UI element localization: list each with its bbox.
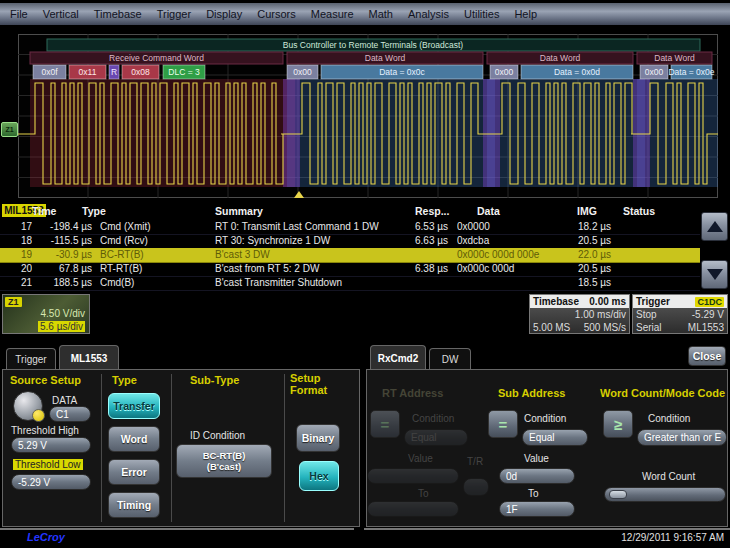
- table-row[interactable]: 2067.8 µsRT-RT(B)B'cast from RT 5: 2 DW6…: [0, 262, 700, 277]
- zoom-trace-marker[interactable]: Z1: [1, 122, 18, 137]
- id-condition-line2: (B'cast): [207, 461, 241, 472]
- decode-cell-text: R: [111, 67, 117, 77]
- menu-bar: FileVerticalTimebaseTriggerDisplayCursor…: [0, 3, 730, 25]
- decode-word-label: Data Word: [540, 53, 581, 63]
- cell-summary: B'cast from RT 5: 2 DW: [215, 263, 410, 274]
- menu-item-display[interactable]: Display: [206, 8, 242, 20]
- menu-item-help[interactable]: Help: [514, 8, 537, 20]
- menu-item-math[interactable]: Math: [369, 8, 393, 20]
- rt-value-label: Value: [408, 453, 433, 464]
- trigger-mode: Stop: [636, 309, 657, 320]
- source-channel-field[interactable]: C1: [49, 406, 91, 422]
- rt-equal-icon[interactable]: =: [370, 410, 400, 438]
- threshold-high-field[interactable]: 5.29 V: [11, 437, 91, 453]
- type-title: Type: [112, 374, 137, 386]
- id-condition-button[interactable]: BC-RT(B) (B'cast): [176, 444, 272, 478]
- table-row-selected[interactable]: 19-30.9 µsBC-RT(B)B'cast 3 DW0x000c 000d…: [0, 248, 700, 263]
- scroll-up-button[interactable]: [701, 212, 728, 241]
- timebase-descriptor[interactable]: Timebase 0.00 ms 1.00 ms/div 5.00 MS 500…: [529, 294, 630, 334]
- type-button-word[interactable]: Word: [108, 426, 160, 452]
- rt-condition-field[interactable]: Equal: [404, 429, 468, 446]
- trigger-source-badge: C1DC: [695, 297, 724, 307]
- sub-equal-icon[interactable]: =: [488, 410, 518, 438]
- menu-item-trigger[interactable]: Trigger: [157, 8, 191, 20]
- table-header: MIL1553 TimeTypeSummaryResp...DataIMGSta…: [0, 204, 730, 218]
- subtype-title: Sub-Type: [190, 374, 239, 386]
- column-header-time[interactable]: Time: [32, 205, 56, 217]
- adjust-knob-icon[interactable]: [13, 391, 43, 421]
- slider-handle[interactable]: [609, 490, 627, 499]
- cell-img: 18.5 µs: [578, 277, 620, 288]
- tr-field[interactable]: [463, 478, 489, 496]
- sub-condition-label: Condition: [524, 413, 566, 424]
- cell-type: Cmd (Xmit): [100, 221, 210, 232]
- id-condition-line1: BC-RT(B): [203, 450, 246, 461]
- z1-vdiv: 4.50 V/div: [41, 308, 85, 319]
- menu-item-measure[interactable]: Measure: [311, 8, 354, 20]
- type-button-error[interactable]: Error: [108, 459, 160, 485]
- threshold-low-field[interactable]: -5.29 V: [11, 474, 91, 490]
- menu-item-vertical[interactable]: Vertical: [43, 8, 79, 20]
- close-button[interactable]: Close: [688, 346, 726, 366]
- table-row[interactable]: 17-198.4 µsCmd (Xmit)RT 0: Transmit Last…: [0, 220, 700, 235]
- timebase-label: Timebase: [533, 296, 579, 307]
- scroll-down-button[interactable]: [701, 260, 728, 289]
- cell-img: 18.2 µs: [578, 221, 620, 232]
- trigger-kind: Serial: [636, 322, 662, 333]
- cell-type: Cmd(B): [100, 277, 210, 288]
- trigger-label: Trigger: [636, 296, 670, 307]
- column-header-data[interactable]: Data: [477, 205, 500, 217]
- format-button-binary[interactable]: Binary: [296, 424, 340, 452]
- tab-dw[interactable]: DW: [429, 348, 471, 370]
- cell-type: Cmd (Rcv): [100, 235, 210, 246]
- sub-condition-field[interactable]: Equal: [522, 429, 588, 446]
- lecroy-logo: LeCroy: [27, 531, 65, 543]
- trigger-descriptor[interactable]: Trigger C1DC Stop -5.29 V Serial ML1553: [632, 294, 728, 334]
- sub-address-title: Sub Address: [498, 387, 565, 399]
- table-row[interactable]: 18-115.5 µsCmd (Rcv)RT 30: Synchronize 1…: [0, 234, 700, 249]
- cell-data: 0x0000: [457, 221, 572, 232]
- cell-img: 22.0 µs: [578, 249, 620, 260]
- rt-value-field[interactable]: [367, 468, 459, 484]
- menu-item-timebase[interactable]: Timebase: [94, 8, 142, 20]
- sub-to-field[interactable]: 1F: [499, 501, 575, 517]
- cell-data: 0x000c 000d: [457, 263, 572, 274]
- rt-condition-label: Condition: [412, 413, 454, 424]
- type-button-timing[interactable]: Timing: [108, 492, 160, 518]
- rt-to-field[interactable]: [367, 501, 459, 517]
- cell-summary: B'cast Transmitter Shutdown: [215, 277, 410, 288]
- column-header-type[interactable]: Type: [82, 205, 106, 217]
- decode-cell-text: Data = 0x0d: [554, 67, 600, 77]
- format-button-hex[interactable]: Hex: [299, 461, 339, 491]
- column-header-status[interactable]: Status: [623, 205, 655, 217]
- column-header-resp[interactable]: Resp...: [415, 205, 449, 217]
- z1-tdiv: 5.6 µs/div: [38, 321, 85, 332]
- gte-icon[interactable]: ≥: [603, 410, 633, 438]
- waveform-grid: Bus Controller to Remote Terminals (Broa…: [18, 34, 718, 198]
- zoom-trace-descriptor[interactable]: Z1 4.50 V/div 5.6 µs/div: [2, 294, 90, 334]
- format-title-1: Setup: [290, 372, 321, 384]
- tab-rxcmd2[interactable]: RxCmd2: [370, 345, 426, 370]
- decode-title: Bus Controller to Remote Terminals (Broa…: [283, 40, 463, 50]
- type-button-transfer[interactable]: Transfer: [108, 393, 160, 419]
- cell-summary: B'cast 3 DW: [215, 249, 410, 260]
- column-header-img[interactable]: IMG: [577, 205, 597, 217]
- menu-item-file[interactable]: File: [10, 8, 28, 20]
- decode-table: MIL1553 TimeTypeSummaryResp...DataIMGSta…: [0, 204, 730, 292]
- table-row[interactable]: 21188.5 µsCmd(B)B'cast Transmitter Shutd…: [0, 276, 700, 291]
- decode-cell-text: DLC = 3: [168, 67, 200, 77]
- menu-item-analysis[interactable]: Analysis: [408, 8, 449, 20]
- cell-summary: RT 30: Synchronize 1 DW: [215, 235, 410, 246]
- menu-item-utilities[interactable]: Utilities: [464, 8, 499, 20]
- tab-trigger[interactable]: Trigger: [6, 348, 56, 370]
- tab-ml1553[interactable]: ML1553: [59, 345, 119, 370]
- timebase-perdiv: 1.00 ms/div: [575, 309, 626, 320]
- decode-cell-text: 0x08: [131, 67, 150, 77]
- trigger-position-marker[interactable]: [294, 191, 304, 198]
- menu-item-cursors[interactable]: Cursors: [257, 8, 296, 20]
- sub-value-field[interactable]: 0d: [499, 468, 575, 484]
- wc-condition-field[interactable]: Greater than or E: [637, 429, 727, 446]
- trigger-level: -5.29 V: [692, 309, 724, 320]
- column-header-summary[interactable]: Summary: [215, 205, 263, 217]
- word-count-slider[interactable]: [604, 487, 726, 502]
